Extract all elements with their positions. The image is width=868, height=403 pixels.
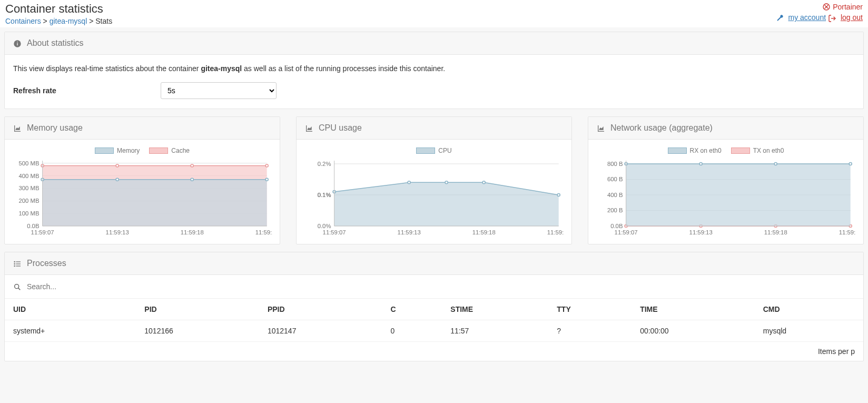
svg-text:11:59:23: 11:59:23: [547, 229, 564, 235]
table-row: systemd+10121661012147011:57?00:00:00mys…: [5, 320, 863, 342]
svg-rect-6: [17, 42, 17, 42]
breadcrumb: Containers > gitea-mysql > Stats: [5, 17, 112, 25]
svg-text:400 MB: 400 MB: [18, 173, 39, 179]
search-icon: [13, 282, 22, 291]
svg-text:11:59:13: 11:59:13: [398, 229, 421, 235]
svg-point-28: [116, 178, 119, 181]
logout-link[interactable]: log out: [841, 13, 863, 22]
svg-text:300 MB: 300 MB: [18, 185, 39, 192]
info-icon: [13, 38, 22, 48]
svg-point-47: [445, 181, 448, 184]
refresh-row: Refresh rate 5s: [13, 82, 855, 99]
svg-text:11:59:23: 11:59:23: [255, 229, 272, 235]
svg-text:400 B: 400 B: [607, 192, 623, 198]
svg-text:0.1%: 0.1%: [318, 192, 331, 198]
my-account-link[interactable]: my account: [788, 13, 826, 22]
network-chart-panel: Network usage (aggregate) RX on eth0 TX …: [588, 116, 864, 244]
network-chart: 0.0B200 B400 B600 B800 B11:59:0711:59:13…: [596, 158, 856, 237]
refresh-rate-select[interactable]: 5s: [161, 82, 277, 99]
processes-header: Processes: [5, 252, 863, 275]
about-text: This view displays real-time statistics …: [13, 64, 855, 73]
memory-chart: 0.0B100 MB200 MB300 MB400 MB500 MB11:59:…: [12, 158, 272, 237]
col-c[interactable]: C: [382, 299, 442, 320]
col-time[interactable]: TIME: [632, 299, 755, 320]
about-panel: About statistics This view displays real…: [4, 32, 864, 109]
svg-text:11:59:13: 11:59:13: [689, 229, 713, 235]
memory-chart-panel: Memory usage Memory Cache 0.0B100 MB200 …: [4, 116, 280, 244]
legend-swatch-tx: [731, 148, 750, 154]
refresh-label: Refresh rate: [13, 86, 140, 95]
network-chart-title: Network usage (aggregate): [610, 123, 713, 133]
processes-title: Processes: [27, 259, 66, 268]
col-cmd[interactable]: CMD: [755, 299, 863, 320]
top-bar: Container statistics Containers > gitea-…: [0, 0, 868, 27]
svg-text:200 B: 200 B: [607, 208, 623, 214]
svg-point-79: [14, 261, 15, 262]
breadcrumb-containers[interactable]: Containers: [5, 17, 41, 25]
svg-point-30: [265, 178, 268, 181]
svg-text:500 MB: 500 MB: [18, 160, 39, 166]
page-title: Container statistics: [5, 2, 112, 16]
list-icon: [13, 259, 22, 268]
svg-text:200 MB: 200 MB: [18, 198, 39, 204]
top-links: my account log out: [775, 13, 863, 22]
svg-text:11:59:07: 11:59:07: [615, 229, 638, 235]
breadcrumb-sep-2: >: [89, 17, 93, 25]
col-stime[interactable]: STIME: [442, 299, 548, 320]
area-chart-icon: [13, 123, 22, 133]
svg-point-80: [14, 263, 15, 264]
svg-point-71: [699, 162, 702, 165]
legend-swatch-cpu: [416, 148, 435, 154]
content: About statistics This view displays real…: [0, 27, 868, 373]
svg-text:100 MB: 100 MB: [18, 210, 39, 217]
col-pid[interactable]: PID: [136, 299, 259, 320]
svg-rect-5: [17, 43, 17, 45]
svg-text:11:59:18: 11:59:18: [181, 229, 204, 235]
svg-text:0.0B: 0.0B: [610, 223, 623, 229]
about-title: About statistics: [27, 38, 84, 48]
processes-search-input[interactable]: [27, 280, 855, 293]
breadcrumb-current: Stats: [95, 17, 112, 25]
about-header: About statistics: [5, 32, 863, 55]
cpu-chart-panel: CPU usage CPU 0.0%0.1%0.1%0.2%11:59:0711…: [296, 116, 572, 244]
brand-label: Portainer: [833, 3, 863, 11]
charts-row: Memory usage Memory Cache 0.0B100 MB200 …: [4, 116, 864, 244]
processes-search-row: [5, 275, 863, 299]
network-chart-header: Network usage (aggregate): [588, 117, 863, 140]
col-ppid[interactable]: PPID: [259, 299, 382, 320]
col-tty[interactable]: TTY: [548, 299, 632, 320]
cpu-chart-title: CPU usage: [319, 123, 362, 133]
svg-text:11:59:07: 11:59:07: [323, 229, 346, 235]
brand-status: Portainer: [822, 2, 863, 11]
breadcrumb-container-name[interactable]: gitea-mysql: [50, 17, 87, 25]
processes-table: UIDPIDPPIDCSTIMETTYTIMECMD systemd+10121…: [5, 299, 863, 342]
svg-point-26: [265, 164, 268, 167]
col-uid[interactable]: UID: [5, 299, 136, 320]
legend-swatch-rx: [668, 148, 687, 154]
svg-text:0.2%: 0.2%: [318, 161, 331, 167]
area-chart-icon: [597, 123, 605, 133]
processes-footer: Items per p: [5, 342, 863, 361]
svg-point-72: [774, 162, 777, 165]
svg-text:11:59:07: 11:59:07: [31, 229, 54, 235]
processes-panel: Processes UIDPIDPPIDCSTIMETTYTIMECMD sys…: [4, 252, 864, 361]
svg-text:600 B: 600 B: [607, 176, 623, 183]
svg-point-82: [15, 284, 19, 288]
svg-point-25: [191, 164, 193, 167]
svg-point-46: [408, 181, 410, 184]
svg-text:11:59:23: 11:59:23: [839, 229, 856, 235]
cpu-chart: 0.0%0.1%0.1%0.2%11:59:0711:59:1311:59:18…: [304, 158, 564, 237]
svg-text:800 B: 800 B: [607, 161, 623, 167]
cpu-chart-header: CPU usage: [297, 117, 571, 140]
legend-swatch-memory: [95, 148, 114, 154]
top-right: Portainer my account log out: [775, 2, 863, 23]
alert-circle-icon: [822, 2, 831, 11]
network-legend: RX on eth0 TX on eth0: [596, 147, 856, 154]
logout-icon: [828, 13, 836, 22]
memory-chart-title: Memory usage: [27, 123, 83, 133]
wrench-icon: [775, 13, 784, 22]
svg-line-83: [18, 288, 21, 290]
svg-point-29: [191, 178, 193, 181]
svg-text:0.0B: 0.0B: [27, 223, 39, 229]
breadcrumb-sep: >: [43, 17, 47, 25]
